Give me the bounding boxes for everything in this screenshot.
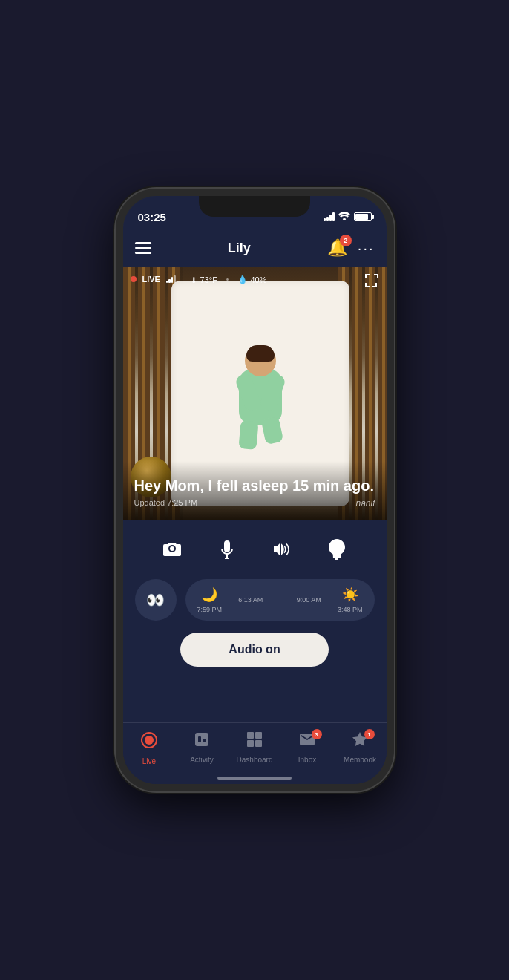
nav-label-membook: Membook: [344, 756, 376, 764]
inbox-badge: 3: [312, 729, 322, 739]
status-time: 03:25: [138, 211, 166, 223]
signal-bars-icon: [324, 212, 335, 221]
water-drop-icon: 💧: [237, 275, 248, 284]
nav-label-inbox: Inbox: [298, 756, 316, 764]
svg-rect-4: [203, 739, 206, 742]
night-end-time: 6:13 AM: [238, 596, 263, 604]
notification-badge: 2: [340, 235, 352, 246]
live-label: LIVE: [142, 275, 160, 284]
timeline-section: 👀 🌙 7:59 PM 6:13 AM 9:00 AM: [123, 579, 387, 621]
temperature-value: 73°F: [200, 275, 217, 284]
bottom-nav: Live Activity: [123, 722, 387, 784]
eyes-button[interactable]: 👀: [135, 579, 177, 621]
day-segment: ☀️ 3:48 PM: [338, 587, 363, 613]
video-feed[interactable]: LIVE 🌡 73°F • 💧 40%: [123, 267, 387, 520]
day-start-time: 9:00 AM: [297, 596, 321, 604]
wifi-icon: [338, 211, 350, 223]
dashboard-nav-icon: [246, 731, 263, 753]
humidity-stat: 💧 40%: [237, 275, 266, 284]
night-segment: 🌙 7:59 PM: [197, 587, 223, 613]
home-indicator: [217, 777, 292, 780]
nav-item-activity[interactable]: Activity: [176, 731, 229, 764]
live-dot: [131, 276, 137, 282]
timeline-row: 👀 🌙 7:59 PM 6:13 AM 9:00 AM: [135, 579, 375, 621]
phone-frame: 03:25: [116, 189, 394, 791]
svg-rect-3: [198, 736, 201, 742]
baby-figure: [223, 338, 298, 449]
svg-rect-8: [255, 740, 262, 747]
sun-icon: ☀️: [342, 587, 358, 603]
thermometer-icon: 🌡: [190, 275, 198, 284]
humidity-value: 40%: [250, 275, 266, 284]
nav-label-live: Live: [142, 757, 156, 765]
svg-rect-5: [247, 732, 254, 739]
video-overlay: Hey Mom, I fell asleep 15 min ago. Updat…: [123, 461, 387, 520]
svg-rect-7: [247, 740, 254, 747]
eyes-icon: 👀: [146, 591, 165, 609]
page-title: Lily: [228, 241, 251, 256]
night-start-time: 7:59 PM: [197, 606, 223, 613]
timeline-divider: [280, 587, 280, 613]
status-message: Hey Mom, I fell asleep 15 min ago.: [134, 476, 375, 495]
svg-rect-6: [255, 732, 262, 739]
media-controls: [123, 520, 387, 579]
fullscreen-button[interactable]: [364, 273, 379, 292]
status-icons: [324, 211, 372, 223]
activity-nav-icon: [193, 731, 211, 753]
audio-on-button[interactable]: Audio on: [180, 633, 329, 667]
nav-label-dashboard: Dashboard: [237, 756, 273, 764]
day-end-time: 3:48 PM: [338, 606, 363, 613]
nav-item-inbox[interactable]: 3 Inbox: [281, 731, 334, 764]
audio-on-wrapper: Audio on: [123, 627, 387, 676]
moon-icon: 🌙: [201, 587, 217, 603]
more-options-button[interactable]: ···: [358, 240, 375, 257]
hamburger-menu-button[interactable]: [135, 242, 151, 254]
live-indicator: LIVE: [131, 275, 176, 284]
battery-icon: [354, 212, 372, 221]
brand-watermark: nanit: [355, 498, 375, 509]
timeline-inner: 🌙 7:59 PM 6:13 AM 9:00 AM ☀️ 3:48 PM: [197, 587, 363, 613]
app-content: Lily 🔔 2 ···: [123, 196, 387, 784]
nav-item-membook[interactable]: 1 Membook: [334, 731, 387, 764]
svg-rect-2: [195, 733, 208, 746]
camera-button[interactable]: [156, 533, 188, 566]
nav-item-dashboard[interactable]: Dashboard: [229, 731, 281, 764]
update-time: Updated 7:25 PM: [134, 498, 375, 507]
live-nav-icon: [139, 731, 159, 754]
notification-bell-button[interactable]: 🔔 2: [327, 238, 347, 258]
app-header: Lily 🔔 2 ···: [123, 229, 387, 267]
header-right-controls: 🔔 2 ···: [327, 238, 375, 258]
microphone-button[interactable]: [211, 533, 243, 566]
nav-label-activity: Activity: [190, 756, 214, 764]
signal-strength-icon: [166, 275, 176, 283]
svg-point-1: [145, 736, 154, 745]
speaker-button[interactable]: [266, 533, 298, 566]
membook-badge: 1: [364, 729, 375, 739]
night-light-button[interactable]: [321, 533, 353, 566]
video-stats: 🌡 73°F • 💧 40%: [190, 275, 267, 284]
phone-outer: 03:25: [0, 0, 509, 980]
notch: [199, 196, 310, 217]
timeline-bar[interactable]: 🌙 7:59 PM 6:13 AM 9:00 AM ☀️ 3:48 PM: [185, 579, 375, 621]
nav-item-live[interactable]: Live: [123, 731, 176, 765]
temperature-stat: 🌡 73°F: [190, 275, 217, 284]
